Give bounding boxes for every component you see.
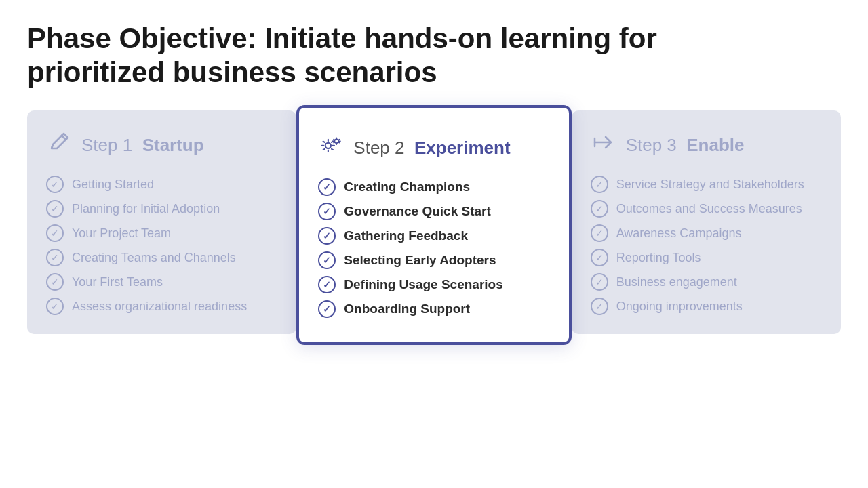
check-icon: ✓ xyxy=(591,224,608,242)
step-card-startup: Step 1 Startup ✓ Getting Started ✓ Plann… xyxy=(27,110,296,334)
check-icon: ✓ xyxy=(46,224,64,242)
list-item: ✓ Reporting Tools xyxy=(591,249,822,266)
steps-container: Step 1 Startup ✓ Getting Started ✓ Plann… xyxy=(27,110,841,488)
pencil-icon xyxy=(46,129,72,161)
step1-title: Step 1 Startup xyxy=(81,135,204,156)
check-icon: ✓ xyxy=(46,249,64,266)
check-icon: ✓ xyxy=(318,203,336,220)
check-icon: ✓ xyxy=(318,178,336,196)
list-item: ✓ Business engagement xyxy=(591,273,822,291)
check-icon: ✓ xyxy=(318,251,336,269)
check-icon: ✓ xyxy=(46,176,64,193)
step3-title: Step 3 Enable xyxy=(626,135,745,156)
gear-icon xyxy=(318,132,344,163)
list-item: ✓ Selecting Early Adopters xyxy=(318,251,549,269)
check-icon: ✓ xyxy=(591,249,608,266)
list-item: ✓ Planning for Initial Adoption xyxy=(46,200,277,218)
check-icon: ✓ xyxy=(46,298,64,315)
list-item: ✓ Assess organizational readiness xyxy=(46,298,277,315)
svg-point-1 xyxy=(335,139,339,143)
check-icon: ✓ xyxy=(46,200,64,218)
list-item: ✓ Awareness Campaigns xyxy=(591,224,822,242)
check-icon: ✓ xyxy=(591,273,608,291)
check-icon: ✓ xyxy=(46,273,64,291)
step2-items: ✓ Creating Champions ✓ Governance Quick … xyxy=(318,178,549,318)
list-item: ✓ Your First Teams xyxy=(46,273,277,291)
list-item: ✓ Creating Teams and Channels xyxy=(46,249,277,266)
list-item: ✓ Ongoing improvements xyxy=(591,298,822,315)
list-item: ✓ Onboarding Support xyxy=(318,300,549,318)
check-icon: ✓ xyxy=(318,276,336,293)
step-header-startup: Step 1 Startup xyxy=(46,129,277,161)
check-icon: ✓ xyxy=(591,176,608,193)
step-header-enable: Step 3 Enable xyxy=(591,129,822,161)
step-card-experiment: Step 2 Experiment ✓ Creating Champions ✓… xyxy=(296,105,571,345)
page-title: Phase Objective: Initiate hands-on learn… xyxy=(27,22,841,89)
step1-items: ✓ Getting Started ✓ Planning for Initial… xyxy=(46,176,277,315)
list-item: ✓ Gathering Feedback xyxy=(318,227,549,245)
page: Phase Objective: Initiate hands-on learn… xyxy=(0,0,868,488)
list-item: ✓ Governance Quick Start xyxy=(318,203,549,220)
list-item: ✓ Outcomes and Success Measures xyxy=(591,200,822,218)
step-card-enable: Step 3 Enable ✓ Service Strategy and Sta… xyxy=(572,110,841,334)
check-icon: ✓ xyxy=(591,200,608,218)
list-item: ✓ Getting Started xyxy=(46,176,277,193)
step3-items: ✓ Service Strategy and Stakeholders ✓ Ou… xyxy=(591,176,822,315)
arrow-icon xyxy=(591,129,616,161)
check-icon: ✓ xyxy=(318,227,336,245)
svg-point-0 xyxy=(326,143,331,148)
check-icon: ✓ xyxy=(591,298,608,315)
list-item: ✓ Service Strategy and Stakeholders xyxy=(591,176,822,193)
list-item: ✓ Defining Usage Scenarios xyxy=(318,276,549,293)
list-item: ✓ Creating Champions xyxy=(318,178,549,196)
list-item: ✓ Your Project Team xyxy=(46,224,277,242)
step-header-experiment: Step 2 Experiment xyxy=(318,132,549,163)
check-icon: ✓ xyxy=(318,300,336,318)
step2-title: Step 2 Experiment xyxy=(353,138,510,159)
